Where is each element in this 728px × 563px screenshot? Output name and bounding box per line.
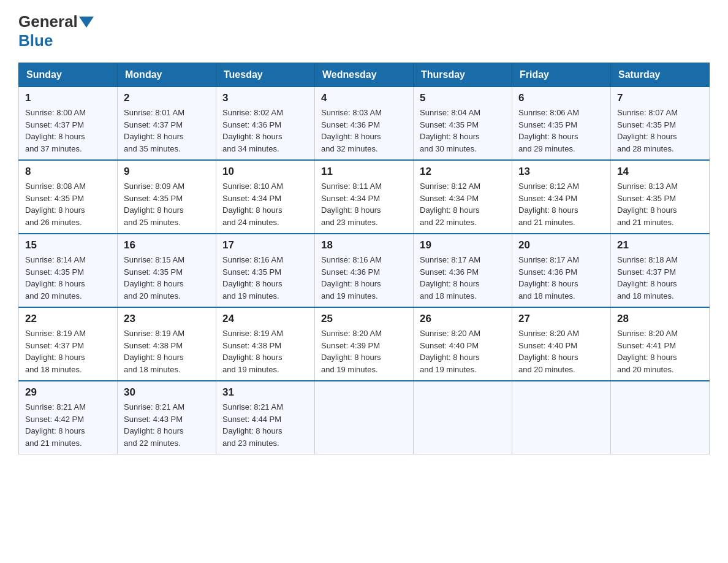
day-info: Sunrise: 8:04 AMSunset: 4:35 PMDaylight:… xyxy=(420,107,506,155)
day-number: 15 xyxy=(25,239,111,251)
logo-arrow-icon xyxy=(79,17,94,28)
day-info: Sunrise: 8:20 AMSunset: 4:40 PMDaylight:… xyxy=(518,327,604,375)
calendar-cell: 17Sunrise: 8:16 AMSunset: 4:35 PMDayligh… xyxy=(216,234,315,307)
calendar-cell: 3Sunrise: 8:02 AMSunset: 4:36 PMDaylight… xyxy=(216,87,315,161)
calendar-cell: 2Sunrise: 8:01 AMSunset: 4:37 PMDaylight… xyxy=(118,87,216,161)
day-number: 16 xyxy=(124,239,210,251)
day-info: Sunrise: 8:11 AMSunset: 4:34 PMDaylight:… xyxy=(321,180,407,228)
day-info: Sunrise: 8:16 AMSunset: 4:36 PMDaylight:… xyxy=(321,254,407,302)
calendar-cell: 1Sunrise: 8:00 AMSunset: 4:37 PMDaylight… xyxy=(19,87,118,161)
calendar-cell: 9Sunrise: 8:09 AMSunset: 4:35 PMDaylight… xyxy=(118,160,216,234)
day-info: Sunrise: 8:10 AMSunset: 4:34 PMDaylight:… xyxy=(222,180,308,228)
day-number: 22 xyxy=(25,313,111,325)
calendar-cell: 26Sunrise: 8:20 AMSunset: 4:40 PMDayligh… xyxy=(414,307,512,381)
day-number: 1 xyxy=(25,92,111,104)
day-number: 2 xyxy=(124,92,210,104)
day-number: 21 xyxy=(617,239,703,251)
day-info: Sunrise: 8:13 AMSunset: 4:35 PMDaylight:… xyxy=(617,180,703,228)
day-number: 6 xyxy=(518,92,604,104)
calendar-cell: 19Sunrise: 8:17 AMSunset: 4:36 PMDayligh… xyxy=(414,234,512,307)
calendar-cell: 7Sunrise: 8:07 AMSunset: 4:35 PMDaylight… xyxy=(611,87,710,161)
day-info: Sunrise: 8:07 AMSunset: 4:35 PMDaylight:… xyxy=(617,107,703,155)
day-info: Sunrise: 8:19 AMSunset: 4:38 PMDaylight:… xyxy=(124,327,210,375)
page-header: General Blue xyxy=(18,12,710,50)
calendar-cell: 18Sunrise: 8:16 AMSunset: 4:36 PMDayligh… xyxy=(315,234,414,307)
calendar-cell: 27Sunrise: 8:20 AMSunset: 4:40 PMDayligh… xyxy=(512,307,611,381)
day-info: Sunrise: 8:21 AMSunset: 4:44 PMDaylight:… xyxy=(222,401,308,449)
day-number: 29 xyxy=(25,386,111,399)
calendar-cell: 29Sunrise: 8:21 AMSunset: 4:42 PMDayligh… xyxy=(19,381,118,454)
day-info: Sunrise: 8:20 AMSunset: 4:41 PMDaylight:… xyxy=(617,327,703,375)
day-number: 23 xyxy=(124,313,210,325)
logo-blue-text: Blue xyxy=(18,31,53,50)
day-info: Sunrise: 8:12 AMSunset: 4:34 PMDaylight:… xyxy=(420,180,506,228)
day-info: Sunrise: 8:21 AMSunset: 4:42 PMDaylight:… xyxy=(25,401,111,449)
calendar-cell: 31Sunrise: 8:21 AMSunset: 4:44 PMDayligh… xyxy=(216,381,315,454)
calendar-cell: 23Sunrise: 8:19 AMSunset: 4:38 PMDayligh… xyxy=(118,307,216,381)
logo: General Blue xyxy=(18,12,95,50)
day-header-monday: Monday xyxy=(118,63,216,87)
day-number: 4 xyxy=(321,92,407,104)
calendar-header-row: SundayMondayTuesdayWednesdayThursdayFrid… xyxy=(19,63,710,87)
calendar-cell: 12Sunrise: 8:12 AMSunset: 4:34 PMDayligh… xyxy=(414,160,512,234)
calendar-cell: 6Sunrise: 8:06 AMSunset: 4:35 PMDaylight… xyxy=(512,87,611,161)
day-number: 26 xyxy=(420,313,506,325)
calendar-cell: 4Sunrise: 8:03 AMSunset: 4:36 PMDaylight… xyxy=(315,87,414,161)
day-info: Sunrise: 8:20 AMSunset: 4:40 PMDaylight:… xyxy=(420,327,506,375)
calendar-cell: 15Sunrise: 8:14 AMSunset: 4:35 PMDayligh… xyxy=(19,234,118,307)
day-info: Sunrise: 8:18 AMSunset: 4:37 PMDaylight:… xyxy=(617,254,703,302)
day-number: 19 xyxy=(420,239,506,251)
day-number: 12 xyxy=(420,166,506,178)
day-number: 13 xyxy=(518,166,604,178)
day-info: Sunrise: 8:19 AMSunset: 4:37 PMDaylight:… xyxy=(25,327,111,375)
day-number: 14 xyxy=(617,166,703,178)
day-header-tuesday: Tuesday xyxy=(216,63,315,87)
day-number: 18 xyxy=(321,239,407,251)
calendar-cell: 21Sunrise: 8:18 AMSunset: 4:37 PMDayligh… xyxy=(611,234,710,307)
day-info: Sunrise: 8:14 AMSunset: 4:35 PMDaylight:… xyxy=(25,254,111,302)
calendar-cell xyxy=(315,381,414,454)
calendar-cell: 30Sunrise: 8:21 AMSunset: 4:43 PMDayligh… xyxy=(118,381,216,454)
day-info: Sunrise: 8:03 AMSunset: 4:36 PMDaylight:… xyxy=(321,107,407,155)
day-header-saturday: Saturday xyxy=(611,63,710,87)
calendar-cell: 11Sunrise: 8:11 AMSunset: 4:34 PMDayligh… xyxy=(315,160,414,234)
day-number: 24 xyxy=(222,313,308,325)
day-info: Sunrise: 8:17 AMSunset: 4:36 PMDaylight:… xyxy=(420,254,506,302)
calendar-cell: 25Sunrise: 8:20 AMSunset: 4:39 PMDayligh… xyxy=(315,307,414,381)
calendar-table: SundayMondayTuesdayWednesdayThursdayFrid… xyxy=(18,63,710,454)
calendar-cell: 20Sunrise: 8:17 AMSunset: 4:36 PMDayligh… xyxy=(512,234,611,307)
day-info: Sunrise: 8:02 AMSunset: 4:36 PMDaylight:… xyxy=(222,107,308,155)
day-info: Sunrise: 8:06 AMSunset: 4:35 PMDaylight:… xyxy=(518,107,604,155)
day-number: 30 xyxy=(124,386,210,399)
day-info: Sunrise: 8:20 AMSunset: 4:39 PMDaylight:… xyxy=(321,327,407,375)
day-info: Sunrise: 8:01 AMSunset: 4:37 PMDaylight:… xyxy=(124,107,210,155)
day-number: 17 xyxy=(222,239,308,251)
day-info: Sunrise: 8:16 AMSunset: 4:35 PMDaylight:… xyxy=(222,254,308,302)
day-info: Sunrise: 8:08 AMSunset: 4:35 PMDaylight:… xyxy=(25,180,111,228)
day-info: Sunrise: 8:21 AMSunset: 4:43 PMDaylight:… xyxy=(124,401,210,449)
day-info: Sunrise: 8:15 AMSunset: 4:35 PMDaylight:… xyxy=(124,254,210,302)
day-number: 5 xyxy=(420,92,506,104)
day-header-friday: Friday xyxy=(512,63,611,87)
calendar-cell xyxy=(414,381,512,454)
day-info: Sunrise: 8:19 AMSunset: 4:38 PMDaylight:… xyxy=(222,327,308,375)
calendar-cell: 28Sunrise: 8:20 AMSunset: 4:41 PMDayligh… xyxy=(611,307,710,381)
day-info: Sunrise: 8:00 AMSunset: 4:37 PMDaylight:… xyxy=(25,107,111,155)
day-header-sunday: Sunday xyxy=(19,63,118,87)
day-number: 8 xyxy=(25,166,111,178)
day-info: Sunrise: 8:09 AMSunset: 4:35 PMDaylight:… xyxy=(124,180,210,228)
logo-general-text: General xyxy=(18,12,78,31)
day-number: 7 xyxy=(617,92,703,104)
day-number: 3 xyxy=(222,92,308,104)
day-number: 28 xyxy=(617,313,703,325)
calendar-cell xyxy=(611,381,710,454)
day-header-wednesday: Wednesday xyxy=(315,63,414,87)
calendar-cell: 14Sunrise: 8:13 AMSunset: 4:35 PMDayligh… xyxy=(611,160,710,234)
day-number: 10 xyxy=(222,166,308,178)
calendar-cell: 5Sunrise: 8:04 AMSunset: 4:35 PMDaylight… xyxy=(414,87,512,161)
calendar-cell: 10Sunrise: 8:10 AMSunset: 4:34 PMDayligh… xyxy=(216,160,315,234)
calendar-cell: 24Sunrise: 8:19 AMSunset: 4:38 PMDayligh… xyxy=(216,307,315,381)
day-number: 9 xyxy=(124,166,210,178)
calendar-cell: 13Sunrise: 8:12 AMSunset: 4:34 PMDayligh… xyxy=(512,160,611,234)
day-number: 20 xyxy=(518,239,604,251)
